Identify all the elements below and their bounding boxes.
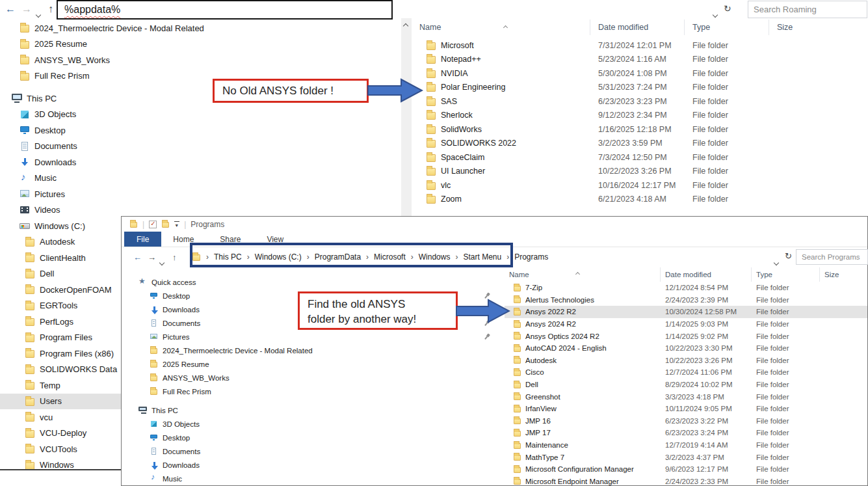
file-row[interactable]: MathType 7 3/2/2023 4:37 PM File folder: [505, 451, 867, 463]
file-row[interactable]: Alertus Technologies 2/24/2023 2:39 PM F…: [505, 294, 867, 306]
file-date: 6/21/2023 4:18 AM: [590, 195, 685, 204]
forward-icon[interactable]: →: [148, 251, 156, 264]
file-date: 1/14/2025 9:02 PM: [661, 332, 752, 340]
ribbon-tab[interactable]: File: [124, 232, 161, 247]
back-icon[interactable]: ←: [133, 251, 142, 264]
column-header[interactable]: Name: [505, 267, 661, 282]
up-icon[interactable]: ↑: [48, 3, 53, 16]
sidebar-item[interactable]: 2025 Resume: [0, 36, 401, 53]
sidebar-item[interactable]: Desktop: [0, 122, 401, 139]
address-bar[interactable]: %appdata%: [57, 0, 393, 20]
file-row[interactable]: Dell 8/29/2024 10:02 PM File folder: [505, 379, 867, 391]
file-row[interactable]: Notepad++ 5/23/2024 1:16 AM File folder: [412, 53, 868, 67]
file-row[interactable]: vlc 10/16/2024 12:17 PM File folder: [412, 178, 868, 193]
recent-locations-chevron-icon[interactable]: [159, 260, 164, 265]
up-icon[interactable]: ↑: [172, 251, 177, 264]
sidebar-item-label: Program Files: [40, 332, 92, 342]
forward-icon[interactable]: →: [21, 3, 32, 16]
folder-icon: [513, 453, 521, 461]
file-row[interactable]: Microsoft Configuration Manager 9/6/2023…: [505, 463, 867, 476]
ribbon-tab[interactable]: Share: [211, 232, 250, 247]
quick-access-toolbar-dropdown-icon[interactable]: ▼: [174, 221, 179, 228]
sidebar-item[interactable]: Music: [0, 170, 401, 187]
sidebar-item-label: Music: [34, 173, 57, 183]
sidebar-item[interactable]: Downloads: [0, 154, 401, 170]
address-dropdown-chevron-icon[interactable]: [774, 260, 779, 265]
file-row[interactable]: NVIDIA 5/30/2024 1:08 PM File folder: [412, 66, 868, 81]
file-name: Sherlock: [441, 111, 473, 120]
file-row[interactable]: Microsoft Endpoint Manager 2/24/2023 2:3…: [505, 476, 867, 486]
sidebar-item[interactable]: Desktop: [122, 431, 505, 444]
breadcrumb-segment[interactable]: This PC: [201, 252, 242, 262]
breadcrumb-segment[interactable]: Windows: [406, 252, 451, 262]
file-row[interactable]: Ansys 2022 R2 10/30/2024 12:58 PM File f…: [505, 306, 867, 318]
breadcrumb-label: Windows (C:): [255, 252, 302, 262]
breadcrumb-segment[interactable]: ProgramData: [302, 252, 361, 262]
file-row[interactable]: Ansys Optics 2024 R2 1/14/2025 9:02 PM F…: [505, 330, 867, 342]
file-row[interactable]: SAS 6/23/2023 3:23 PM File folder: [412, 94, 868, 109]
ribbon-tab[interactable]: View: [257, 232, 293, 247]
breadcrumb-segment[interactable]: Microsoft: [361, 252, 406, 262]
file-row[interactable]: Sherlock 9/12/2023 2:34 PM File folder: [412, 109, 868, 123]
breadcrumb-segment[interactable]: Windows (C:): [242, 252, 302, 262]
file-row[interactable]: AutoCAD 2024 - English 10/22/2023 3:30 P…: [505, 342, 867, 355]
file-row[interactable]: Maintenance 12/7/2019 4:14 AM File folde…: [505, 439, 867, 452]
back-icon[interactable]: ←: [5, 3, 16, 16]
sidebar-item[interactable]: This PC: [122, 403, 505, 417]
file-date: 10/11/2024 9:05 PM: [661, 405, 752, 412]
column-header[interactable]: Size: [769, 20, 818, 35]
file-row[interactable]: JMP 16 6/23/2023 3:22 PM File folder: [505, 415, 867, 427]
file-name: SAS: [441, 97, 457, 106]
column-header[interactable]: Type: [685, 20, 769, 35]
file-row[interactable]: Microsoft 7/31/2024 12:01 PM File folder: [412, 38, 868, 53]
recent-locations-chevron-icon[interactable]: [36, 12, 41, 18]
sidebar-item[interactable]: 3D Objects: [0, 107, 401, 123]
scroll-up-icon[interactable]: [403, 23, 408, 29]
file-row[interactable]: SpaceClaim 7/3/2024 12:50 PM File folder: [412, 150, 868, 165]
sidebar-item[interactable]: Pictures: [0, 186, 401, 202]
file-row[interactable]: UI Launcher 10/22/2023 3:26 PM File fold…: [412, 165, 868, 179]
sidebar-item[interactable]: 2024_Thermoelectric Device - Modal Relat…: [0, 20, 401, 36]
column-header[interactable]: Size: [820, 267, 868, 282]
column-header[interactable]: Date modified: [590, 20, 685, 35]
sidebar-item[interactable]: ANSYS_WB_Works: [0, 52, 401, 68]
file-row[interactable]: Cisco 12/7/2024 11:06 PM File folder: [505, 366, 867, 379]
sidebar-item[interactable]: Downloads: [122, 458, 505, 472]
sidebar-item[interactable]: Full Rec Prism: [122, 385, 505, 398]
breadcrumb-label: Start Menu: [463, 252, 501, 262]
sidebar-item[interactable]: Documents: [122, 444, 505, 458]
search-input[interactable]: [796, 249, 868, 265]
refresh-icon[interactable]: ↻: [724, 3, 731, 14]
sidebar-item[interactable]: Pictures: [122, 330, 505, 344]
properties-icon[interactable]: [149, 221, 157, 228]
file-row[interactable]: 7-Zip 12/1/2024 8:54 PM File folder: [505, 282, 867, 294]
file-row[interactable]: SOLIDWORKS 2022 3/2/2023 3:59 PM File fo…: [412, 137, 868, 151]
ribbon-tab[interactable]: Home: [164, 232, 203, 247]
address-bar[interactable]: This PC Windows (C:) ProgramData Microso…: [192, 247, 548, 267]
column-header[interactable]: Date modified: [661, 267, 752, 282]
breadcrumb-segment[interactable]: Programs: [501, 252, 548, 262]
search-input[interactable]: [748, 1, 867, 18]
sidebar-item[interactable]: 2024_Thermoelectric Device - Modal Relat…: [122, 344, 505, 357]
file-row[interactable]: JMP 17 6/23/2023 3:24 PM File folder: [505, 427, 867, 439]
sidebar-item[interactable]: 3D Objects: [122, 417, 505, 431]
address-dropdown-chevron-icon[interactable]: [713, 12, 718, 18]
file-row[interactable]: Ansys 2024 R2 1/14/2025 9:03 PM File fol…: [505, 318, 867, 331]
column-header[interactable]: Type: [752, 267, 820, 282]
sidebar-item-icon: [20, 173, 30, 183]
breadcrumb-segment[interactable]: Start Menu: [450, 252, 501, 262]
file-row[interactable]: SolidWorks 1/16/2025 12:18 PM File folde…: [412, 122, 868, 137]
sidebar-item[interactable]: ANSYS_WB_Works: [122, 371, 505, 385]
sidebar-item[interactable]: Documents: [0, 139, 401, 155]
new-folder-icon[interactable]: [161, 220, 170, 228]
sidebar-item[interactable]: Music: [122, 472, 505, 485]
refresh-icon[interactable]: ↻: [785, 251, 792, 261]
sidebar-item[interactable]: Quick access: [122, 275, 505, 289]
sidebar-item[interactable]: 2025 Resume: [122, 357, 505, 371]
file-row[interactable]: IrfanView 10/11/2024 9:05 PM File folder: [505, 403, 867, 415]
file-row[interactable]: Polar Engineering 5/31/2023 7:24 PM File…: [412, 81, 868, 95]
file-row[interactable]: Greenshot 3/3/2023 4:18 PM File folder: [505, 390, 867, 403]
file-row[interactable]: Zoom 6/21/2023 4:18 AM File folder: [412, 193, 868, 207]
column-header[interactable]: Name: [412, 20, 590, 35]
file-row[interactable]: Autodesk 10/22/2023 3:26 PM File folder: [505, 355, 867, 367]
